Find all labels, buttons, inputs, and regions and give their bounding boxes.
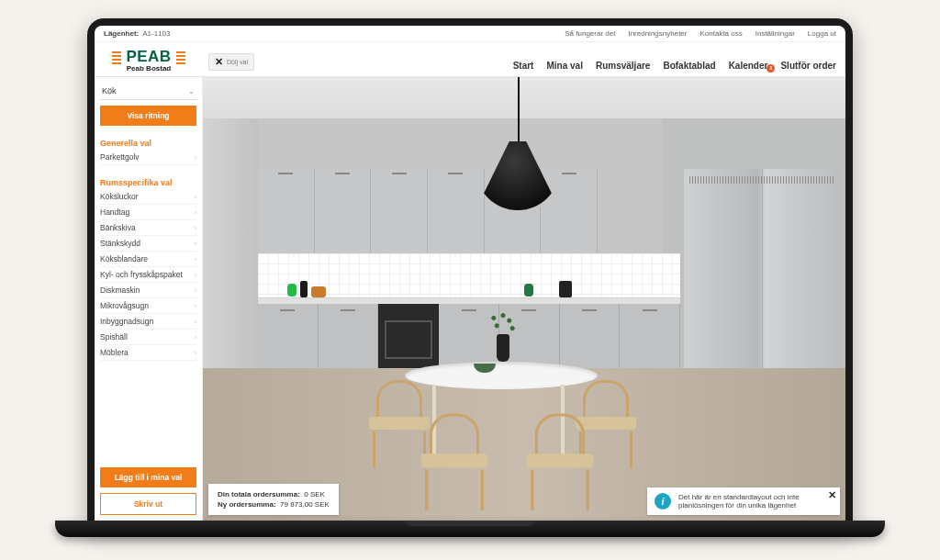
toplink-how-it-works[interactable]: Så fungerar det xyxy=(565,29,615,38)
main-area: Kök ⌄ Visa ritning Generella val Parkett… xyxy=(95,77,845,521)
vase xyxy=(497,334,509,362)
chevron-right-icon: › xyxy=(195,154,196,161)
apartment-value: A1-1103 xyxy=(142,29,170,38)
base-cabinets xyxy=(258,304,680,368)
room-select[interactable]: Kök ⌄ xyxy=(100,83,196,100)
hide-choices-button[interactable]: ✕ Dölj val xyxy=(208,53,254,71)
chevron-right-icon: › xyxy=(195,272,196,278)
chevron-right-icon: › xyxy=(195,225,196,231)
sidebar-item-label: Parkettgolv xyxy=(100,152,140,162)
sidebar-item-label: Mikrovågsugn xyxy=(100,301,149,310)
toplink-settings[interactable]: Inställningar xyxy=(755,29,795,38)
order-new-value: 79 873,00 SEK xyxy=(280,500,330,509)
chevron-right-icon: › xyxy=(195,287,196,294)
tab-kalender-label: Kalender xyxy=(729,61,768,71)
print-button[interactable]: Skriv ut xyxy=(100,493,196,515)
sidebar-item-label: Spishäll xyxy=(100,332,128,342)
logo: PEAB xyxy=(112,48,185,66)
room-select-value: Kök xyxy=(102,86,117,95)
sidebar-item-koksblandare[interactable]: Köksblandare› xyxy=(100,252,196,267)
notification-badge: 1 xyxy=(767,64,775,73)
sidebar-item-label: Köksluckor xyxy=(100,192,139,201)
toplink-contact[interactable]: Kontakta oss xyxy=(699,29,742,38)
close-icon[interactable]: ✕ xyxy=(828,489,836,501)
sidebar-item-label: Kyl- och frysskåpspaket xyxy=(100,270,183,279)
countertop xyxy=(258,297,680,304)
tab-kalender[interactable]: Kalender 1 xyxy=(729,61,768,71)
section-generic-title: Generella val xyxy=(100,139,196,148)
order-summary-bar: Din totala ordersumma: 0 SEK Ny ordersum… xyxy=(208,484,339,515)
logo-bars-left-icon xyxy=(112,51,121,64)
kitchen-render xyxy=(203,77,845,521)
laptop-base xyxy=(55,521,885,537)
tab-mina-val[interactable]: Mina val xyxy=(546,61,582,71)
wall-cabinets xyxy=(258,169,598,253)
laptop-frame: Lägenhet: A1-1103 Så fungerar det Inredn… xyxy=(87,18,853,528)
sidebar-item-handtag[interactable]: Handtag› xyxy=(100,205,196,220)
sidebar-item-parkettgolv[interactable]: Parkettgolv › xyxy=(100,150,196,165)
add-to-choices-button[interactable]: Lägg till i mina val xyxy=(100,467,196,487)
order-new-label: Ny ordersumma: xyxy=(218,500,276,509)
sidebar-item-diskmaskin[interactable]: Diskmaskin› xyxy=(100,283,196,298)
chevron-right-icon: › xyxy=(195,334,196,341)
oven xyxy=(378,304,439,368)
sidebar: Kök ⌄ Visa ritning Generella val Parkett… xyxy=(95,77,203,521)
header: PEAB Peab Bostad ✕ Dölj val Start Mina v… xyxy=(95,42,845,77)
sidebar-item-kyl-frys[interactable]: Kyl- och frysskåpspaket› xyxy=(100,267,196,283)
logo-block: PEAB Peab Bostad xyxy=(95,48,203,76)
logo-bars-right-icon xyxy=(176,51,185,64)
chevron-down-icon: ⌄ xyxy=(188,87,195,95)
order-total-value: 0 SEK xyxy=(304,490,325,498)
sidebar-item-label: Möblera xyxy=(100,348,129,357)
chair xyxy=(415,413,494,490)
sidebar-item-label: Köksblandare xyxy=(100,254,148,263)
chevron-right-icon: › xyxy=(195,319,196,325)
chevron-right-icon: › xyxy=(195,303,196,309)
sidebar-bottom: Lägg till i mina val Skriv ut xyxy=(100,454,196,515)
sidebar-item-label: Diskmaskin xyxy=(100,286,140,295)
apartment-label: Lägenhet: xyxy=(104,29,139,38)
chevron-right-icon: › xyxy=(195,209,196,216)
tab-slutfor-order[interactable]: Slutför order xyxy=(780,61,836,71)
order-total-label: Din totala ordersumma: xyxy=(218,490,300,498)
sidebar-item-label: Stänkskydd xyxy=(100,239,140,248)
tab-bofaktablad[interactable]: Bofaktablad xyxy=(663,61,715,71)
chevron-right-icon: › xyxy=(195,241,196,247)
hide-choices-label: Dölj val xyxy=(227,59,248,65)
sidebar-item-label: Bänkskiva xyxy=(100,223,136,232)
chevron-right-icon: › xyxy=(195,194,196,200)
app-screen: Lägenhet: A1-1103 Så fungerar det Inredn… xyxy=(95,26,845,521)
show-drawing-button[interactable]: Visa ritning xyxy=(100,106,196,126)
close-icon: ✕ xyxy=(215,57,223,67)
sidebar-item-koksluckor[interactable]: Köksluckor› xyxy=(100,189,196,205)
sidebar-item-moblera[interactable]: Möblera› xyxy=(100,345,196,361)
toplink-logout[interactable]: Logga ut xyxy=(808,29,836,38)
info-icon xyxy=(655,493,671,510)
tab-rumsvaljare[interactable]: Rumsväljare xyxy=(596,61,650,71)
chevron-right-icon: › xyxy=(195,350,196,356)
logo-text: PEAB xyxy=(126,48,171,65)
chevron-right-icon: › xyxy=(195,256,196,263)
sidebar-item-label: Inbyggnadsugn xyxy=(100,317,153,326)
main-tabs: Start Mina val Rumsväljare Bofaktablad K… xyxy=(254,61,845,76)
sidebar-item-label: Handtag xyxy=(100,207,129,217)
tab-start[interactable]: Start xyxy=(513,61,534,71)
info-toast: Det här är en standardlayout och inte pl… xyxy=(647,487,840,515)
sidebar-item-bankskiva[interactable]: Bänkskiva› xyxy=(100,220,196,236)
info-text: Det här är en standardlayout och inte pl… xyxy=(678,493,820,510)
sidebar-item-spishall[interactable]: Spishäll› xyxy=(100,330,196,345)
room-viewport[interactable]: Din totala ordersumma: 0 SEK Ny ordersum… xyxy=(203,77,845,521)
sidebar-item-stankskydd[interactable]: Stänkskydd› xyxy=(100,236,196,252)
toplink-news[interactable]: Inredningsnyheter xyxy=(628,29,687,38)
sidebar-item-inbyggnadsugn[interactable]: Inbyggnadsugn› xyxy=(100,314,196,330)
section-room-title: Rumsspecifika val xyxy=(100,178,196,187)
utility-bar: Lägenhet: A1-1103 Så fungerar det Inredn… xyxy=(95,26,845,42)
sidebar-item-mikrovagsugn[interactable]: Mikrovågsugn› xyxy=(100,298,196,314)
chair xyxy=(520,413,599,490)
